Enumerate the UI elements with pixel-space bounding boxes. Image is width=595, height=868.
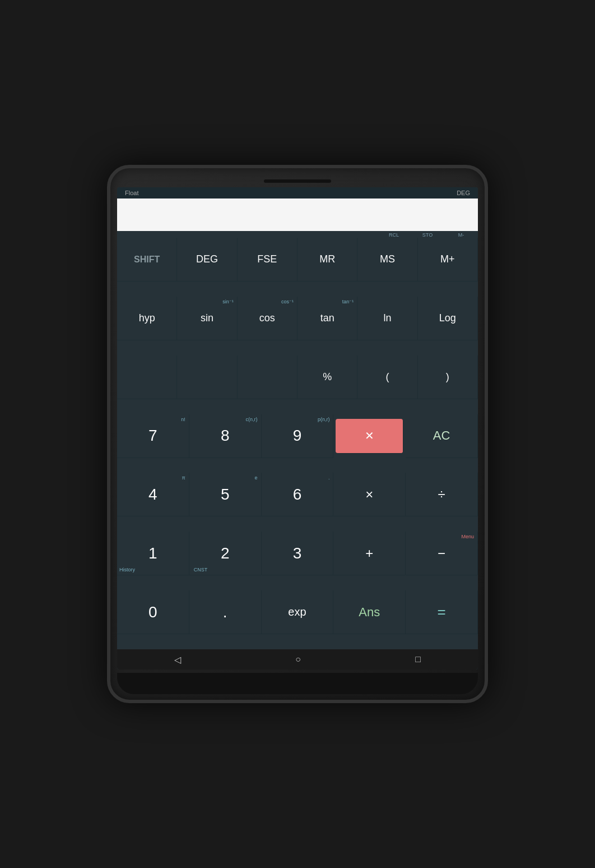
deg-button[interactable]: DEG	[177, 238, 237, 281]
status-bar: Float DEG	[117, 187, 478, 198]
equals-button[interactable]: =	[406, 590, 478, 634]
minus-button[interactable]: Menu −	[406, 532, 478, 575]
rparen-button[interactable]: )	[418, 355, 478, 399]
five-button[interactable]: e 5	[189, 473, 262, 516]
home-icon[interactable]: ○	[295, 654, 301, 664]
row-6: History 1 CNST 2 3 + Menu −	[117, 532, 478, 590]
empty-btn-1[interactable]	[117, 355, 177, 399]
recent-icon[interactable]: □	[415, 654, 421, 664]
deg-label: DEG	[457, 190, 470, 196]
ms-button[interactable]: MS	[357, 238, 417, 281]
eight-button[interactable]: c(n,r) 8	[189, 414, 262, 458]
tan-button[interactable]: tan⁻¹ tan	[298, 297, 357, 340]
m-minus-sublabel: M-	[444, 232, 478, 238]
seven-button[interactable]: n! 7	[117, 414, 189, 458]
percent-button[interactable]: %	[298, 355, 357, 399]
speaker-top	[264, 179, 331, 183]
four-button[interactable]: π 4	[117, 473, 189, 516]
empty-btn-2[interactable]	[177, 355, 237, 399]
lparen-button[interactable]: (	[357, 355, 417, 399]
bottom-nav	[117, 673, 478, 694]
one-button[interactable]: History 1	[117, 532, 189, 575]
row-3: % ( )	[117, 355, 478, 414]
mplus-button[interactable]: M+	[418, 238, 478, 281]
dot-button[interactable]: .	[189, 590, 262, 634]
shift-button[interactable]: SHIFT	[117, 238, 177, 281]
ln-button[interactable]: ln	[357, 297, 417, 340]
six-button[interactable]: . 6	[262, 473, 334, 516]
exp-button[interactable]: exp	[262, 590, 334, 634]
sto-sublabel: STO	[411, 232, 444, 238]
fse-button[interactable]: FSE	[238, 238, 298, 281]
multiply-button[interactable]: ×	[333, 473, 406, 516]
row-5: π 4 e 5 . 6 × ÷	[117, 473, 478, 532]
plus-button[interactable]: +	[333, 532, 406, 575]
ans-button[interactable]: Ans	[333, 590, 406, 634]
row-1: SHIFT DEG FSE MR MS M+	[117, 238, 478, 297]
hyp-button[interactable]: hyp	[117, 297, 177, 340]
log-button[interactable]: Log	[418, 297, 478, 340]
back-icon[interactable]: ◁	[174, 654, 181, 665]
nine-button[interactable]: p(n,r) 9	[262, 414, 334, 458]
display-area	[117, 198, 478, 231]
rcl-sublabel: RCL	[377, 232, 411, 238]
row-7: 0 . exp Ans =	[117, 590, 478, 649]
zero-button[interactable]: 0	[117, 590, 189, 634]
float-label: Float	[125, 190, 138, 196]
nav-bar: ◁ ○ □	[117, 649, 478, 670]
backspace-button[interactable]: ✕	[336, 419, 403, 454]
two-button[interactable]: CNST 2	[189, 532, 262, 575]
ac-button[interactable]: AC	[406, 414, 478, 458]
cos-button[interactable]: cos⁻¹ cos	[238, 297, 298, 340]
mr-button[interactable]: MR	[298, 238, 357, 281]
tablet-frame: Float DEG RCL STO M- SHIFT DEG FSE	[107, 165, 488, 703]
row-2: hyp sin⁻¹ sin cos⁻¹ cos tan⁻¹ tan ln Log	[117, 297, 478, 355]
empty-btn-3[interactable]	[238, 355, 298, 399]
row-4: n! 7 c(n,r) 8 p(n,r) 9 ✕ AC	[117, 414, 478, 473]
divide-button[interactable]: ÷	[406, 473, 478, 516]
screen: Float DEG RCL STO M- SHIFT DEG FSE	[117, 187, 478, 670]
three-button[interactable]: 3	[262, 532, 334, 575]
sin-button[interactable]: sin⁻¹ sin	[177, 297, 237, 340]
